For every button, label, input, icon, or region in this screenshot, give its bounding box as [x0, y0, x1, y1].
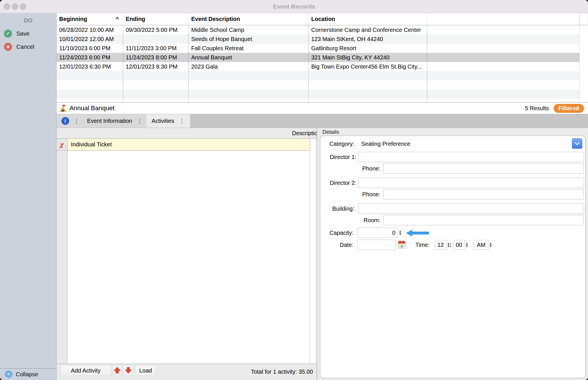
- results-count: 5 Results: [525, 105, 549, 112]
- title-bar: Event Records: [0, 0, 588, 13]
- events-table: Beginning^ Ending Event Description Loca…: [57, 13, 588, 102]
- table-row[interactable]: 11/10/2023 6:00 PM 11/11/2023 3:00 PM Fa…: [57, 44, 588, 53]
- cell-beginning: 12/01/2023 6:30 PM: [57, 62, 123, 71]
- scrollbar-track[interactable]: [579, 53, 588, 62]
- cancel-button[interactable]: Cancel: [16, 43, 34, 51]
- director1-label: Director 1:: [320, 152, 356, 162]
- cell-description: 2023 Gala: [189, 62, 309, 71]
- scrollbar-track[interactable]: [579, 62, 588, 71]
- move-up-button[interactable]: [113, 365, 122, 376]
- column-header-ending[interactable]: Ending: [123, 13, 189, 25]
- date-field[interactable]: [357, 240, 396, 250]
- sort-ascending-icon[interactable]: ^: [115, 13, 119, 25]
- cell-description: Middle School Camp: [189, 25, 309, 34]
- column-header-location[interactable]: Location: [309, 13, 427, 25]
- scrollbar-track[interactable]: [579, 80, 588, 90]
- column-header-description[interactable]: Description: [292, 128, 317, 138]
- load-button[interactable]: Load: [135, 365, 156, 376]
- record-header-bar: Annual Banquet 5 Results Filtered: [57, 102, 588, 114]
- stepper-down-icon[interactable]: ▼: [489, 245, 493, 247]
- table-row[interactable]: 12/01/2023 6:30 PM 12/01/2023 8:30 PM 20…: [57, 62, 588, 71]
- tent-door: [61, 109, 65, 112]
- calendar-icon[interactable]: [398, 241, 405, 249]
- time-meridiem-field[interactable]: [474, 240, 489, 250]
- tab-activities[interactable]: Activities ⋮: [146, 114, 190, 128]
- director2-label: Director 2:: [320, 178, 356, 188]
- delete-activity-cell[interactable]: χ: [57, 139, 67, 151]
- scrollbar-track[interactable]: [579, 25, 588, 34]
- cell-ending: 12/01/2023 8:30 PM: [123, 62, 189, 71]
- info-glyph: i: [64, 118, 66, 124]
- activity-row[interactable]: Individual Ticket: [67, 139, 310, 151]
- details-title: Details: [322, 129, 339, 135]
- scrollbar-track[interactable]: [579, 34, 588, 44]
- chevrons-glyph: «: [7, 371, 10, 377]
- director1-field[interactable]: [358, 152, 584, 162]
- capacity-stepper[interactable]: ▲ ▼: [398, 228, 402, 238]
- time-separator: :: [450, 240, 452, 250]
- drag-handle-icon[interactable]: ⋮: [74, 118, 80, 125]
- cell-beginning: 06/28/2022 10:00 AM: [57, 25, 123, 34]
- activities-panel: Description χ Individual Ticket Add Acti…: [57, 128, 317, 380]
- cell-ending: 11/24/2023 8:00 PM: [123, 53, 189, 62]
- time-minute-field[interactable]: [453, 240, 465, 250]
- category-dropdown-button[interactable]: [572, 138, 582, 149]
- scrollbar-track[interactable]: [579, 90, 588, 99]
- table-row[interactable]: 10/01/2022 12:00 AM Seeds of Hope Banque…: [57, 34, 588, 44]
- scrollbar-track[interactable]: [579, 71, 588, 80]
- scrollbar-track[interactable]: [579, 44, 588, 53]
- stepper-down-icon[interactable]: ▼: [465, 245, 469, 247]
- scrollbar-track[interactable]: [579, 13, 588, 25]
- drag-handle-icon[interactable]: ⋮: [137, 118, 143, 125]
- phone1-field[interactable]: [383, 163, 584, 174]
- director2-field[interactable]: [358, 178, 584, 188]
- table-row-empty: [57, 99, 588, 102]
- blue-pointer-arrow-shaft: [412, 232, 429, 234]
- action-sidebar: DO ✓ Save × Cancel: [0, 13, 57, 368]
- table-row-empty: [57, 80, 588, 90]
- add-activity-button[interactable]: Add Activity: [60, 365, 111, 376]
- capacity-field[interactable]: [357, 228, 398, 238]
- meridiem-stepper[interactable]: ▲ ▼: [489, 240, 493, 250]
- cell-description: Annual Banquet: [189, 53, 309, 62]
- room-field[interactable]: [383, 215, 584, 225]
- cell-empty: [427, 44, 579, 53]
- events-table-header: Beginning^ Ending Event Description Loca…: [57, 13, 588, 25]
- building-label: Building:: [320, 203, 354, 214]
- details-group-box: Category: Seating Preference Director 1:…: [320, 135, 586, 378]
- cell-empty: [427, 34, 579, 44]
- table-row[interactable]: 06/28/2022 10:00 AM 09/30/2022 5:00 PM M…: [57, 25, 588, 34]
- chevron-down-icon: [575, 142, 580, 145]
- scrollbar-track[interactable]: [579, 99, 588, 102]
- building-field[interactable]: [358, 203, 584, 214]
- minute-stepper[interactable]: ▲ ▼: [465, 240, 469, 250]
- record-title: Annual Banquet: [69, 104, 115, 112]
- tab-bar-filler: [190, 114, 588, 128]
- phone2-field[interactable]: [383, 189, 584, 199]
- red-down-arrow-icon: [125, 367, 131, 373]
- minimize-window-icon[interactable]: [12, 3, 18, 10]
- zoom-window-icon[interactable]: [20, 3, 26, 10]
- scissors-icon[interactable]: χ: [60, 140, 63, 148]
- table-row-selected[interactable]: 11/24/2023 6:00 PM 11/24/2023 8:00 PM An…: [57, 53, 588, 62]
- collapse-bar[interactable]: « Collapse: [0, 368, 57, 380]
- time-hour-field[interactable]: [435, 240, 446, 250]
- cancel-x-icon: ×: [4, 43, 12, 51]
- stepper-down-icon[interactable]: ▼: [398, 233, 402, 235]
- column-header-beginning[interactable]: Beginning^: [57, 13, 123, 25]
- close-window-icon[interactable]: [4, 3, 10, 10]
- window-title: Event Records: [0, 0, 588, 13]
- column-header-event-description[interactable]: Event Description: [189, 13, 309, 25]
- move-down-button[interactable]: [123, 365, 133, 376]
- collapse-button[interactable]: Collapse: [16, 369, 38, 380]
- activities-footer: Add Activity Load Total for 1 activity: …: [57, 364, 317, 380]
- details-panel: Details Category: Seating Preference Dir…: [318, 128, 588, 380]
- category-label: Category:: [320, 140, 354, 148]
- info-icon[interactable]: i: [61, 117, 69, 125]
- drag-handle-icon[interactable]: ⋮: [179, 118, 185, 125]
- tab-event-information[interactable]: Event Information ⋮: [83, 114, 146, 128]
- red-up-arrow-icon: [114, 367, 120, 373]
- save-button[interactable]: Save: [16, 30, 30, 38]
- event-records-window: Event Records DO ✓ Save × Cancel « Colla…: [0, 0, 588, 380]
- save-check-icon: ✓: [4, 30, 12, 38]
